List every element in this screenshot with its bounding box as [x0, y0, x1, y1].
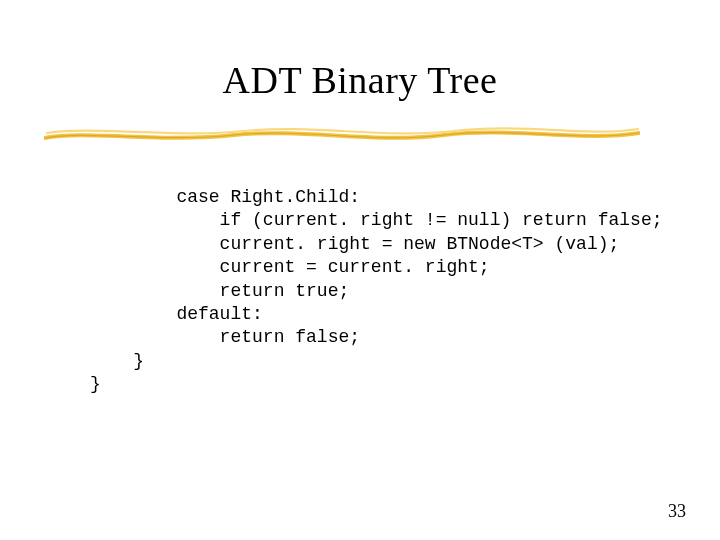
title-underline-decoration	[44, 124, 640, 146]
slide-title: ADT Binary Tree	[0, 58, 720, 102]
code-block: case Right.Child: if (current. right != …	[90, 186, 673, 397]
page-number: 33	[668, 501, 686, 522]
slide: ADT Binary Tree case Right.Child: if (cu…	[0, 0, 720, 540]
